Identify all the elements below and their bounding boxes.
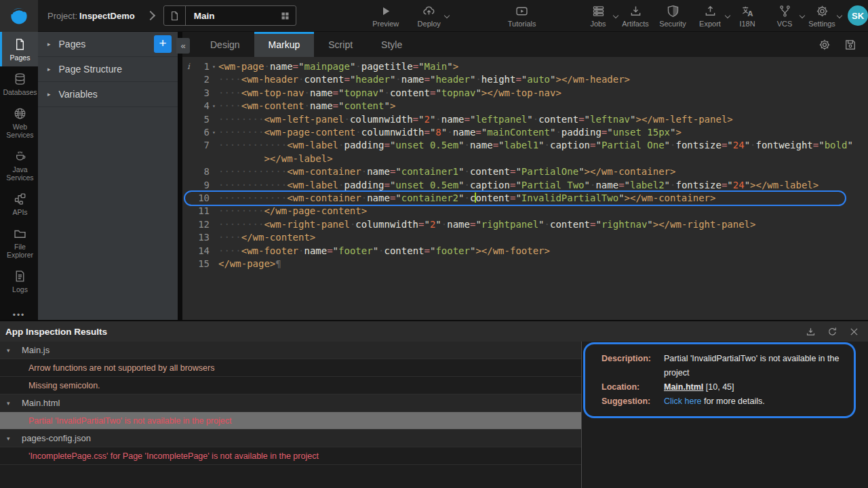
line-number: 7 <box>195 139 210 165</box>
panel-splitter[interactable] <box>178 32 182 320</box>
grid-icon[interactable] <box>275 11 296 21</box>
code-line-15: 15</wm-page>¶ <box>182 258 868 270</box>
collapse-panel-button[interactable]: « <box>176 38 190 54</box>
code-text[interactable]: ········<wm-page-content·columnwidth="8"… <box>218 126 868 139</box>
code-text[interactable]: ····<wm-header·content="header"·name="he… <box>218 73 868 86</box>
gutter-spacer <box>182 113 195 126</box>
tab-design[interactable]: Design <box>196 32 254 57</box>
issue-row[interactable]: Missing semicolon. <box>0 377 581 394</box>
download-results-icon[interactable] <box>805 326 816 338</box>
fold-spacer <box>210 231 218 244</box>
issue-row[interactable]: 'IncompletePage.css' for Page 'Incomplet… <box>0 447 581 465</box>
issue-row[interactable]: Arrow functions are not supported by all… <box>0 359 581 377</box>
jobs-button[interactable]: Jobs <box>585 3 612 28</box>
preview-button[interactable]: Preview <box>372 3 399 28</box>
close-panel-icon[interactable] <box>848 326 860 338</box>
save-icon[interactable] <box>844 38 857 52</box>
code-text[interactable]: ········<wm-right-panel·columnwidth="2"·… <box>218 218 868 231</box>
code-text[interactable]: ····<wm-top-nav·name="topnav"·content="t… <box>218 87 868 100</box>
rail-item-web-services[interactable]: Web Services <box>0 101 38 144</box>
suggestion-click-here-link[interactable]: Click here <box>664 396 702 406</box>
code-line-3: 3····<wm-top-nav·name="topnav"·content="… <box>182 87 868 100</box>
rail-item-pages[interactable]: Pages <box>0 32 38 66</box>
fold-arrow-icon[interactable]: ▾ <box>210 126 218 139</box>
rail-item-apis[interactable]: APIs <box>0 186 38 221</box>
app-logo[interactable] <box>0 0 38 32</box>
rail-item-logs[interactable]: Logs <box>0 264 38 298</box>
code-text[interactable]: ····<wm-content·name="content"> <box>218 100 868 113</box>
translate-icon <box>741 4 755 18</box>
tab-style[interactable]: Style <box>367 32 416 57</box>
i18n-button[interactable]: I18N <box>734 3 761 28</box>
line-number: 3 <box>195 87 210 100</box>
vcs-button[interactable]: VCS <box>771 3 798 28</box>
gutter-spacer <box>182 73 195 86</box>
code-line-4: 4▾····<wm-content·name="content"> <box>182 100 868 113</box>
location-position: [10, 45] <box>706 382 734 392</box>
gutter-spacer <box>182 245 195 258</box>
artifacts-button[interactable]: Artifacts <box>622 3 649 28</box>
security-button[interactable]: Security <box>659 3 686 28</box>
issue-file-name: pages-config.json <box>22 433 91 443</box>
issue-file-row[interactable]: ▾Main.js <box>0 342 581 359</box>
expand-arrow-icon[interactable]: ▸ <box>47 41 51 47</box>
refresh-results-icon[interactable] <box>827 326 838 338</box>
collapse-arrow-icon[interactable]: ▾ <box>7 435 16 442</box>
fold-spacer <box>210 73 218 86</box>
top-bar: Project:InspectDemo Main PreviewDeployTu… <box>0 0 868 32</box>
code-text[interactable]: </wm-page>¶ <box>218 258 868 270</box>
code-text[interactable]: ············<wm-container·name="containe… <box>218 165 868 178</box>
code-text[interactable]: <wm-page·name="mainpage"·pagetitle="Main… <box>218 60 868 73</box>
rail-item-label: Databases <box>3 88 38 96</box>
inspection-header: App Inspection Results <box>0 321 868 342</box>
code-text[interactable]: ············<wm-label·padding="unset 0.5… <box>218 179 868 192</box>
tutorials-label: Tutorials <box>508 20 536 28</box>
code-text[interactable]: ····</wm-content> <box>218 231 868 244</box>
chevron-down-icon <box>443 13 449 18</box>
location-file-link[interactable]: Main.html <box>664 382 703 392</box>
markup-code-editor[interactable]: i1▾<wm-page·name="mainpage"·pagetitle="M… <box>182 57 868 320</box>
issue-file-row[interactable]: ▾pages-config.json <box>0 430 581 447</box>
code-text[interactable]: ············<wm-label·padding="unset 0.5… <box>218 139 868 165</box>
rail-item-file-explorer[interactable]: File Explorer <box>0 221 38 264</box>
tab-script[interactable]: Script <box>314 32 367 57</box>
issue-row[interactable]: Partial 'InvalidPartialTwo' is not avail… <box>0 412 581 430</box>
page-selector[interactable]: Main <box>163 5 296 26</box>
rail-more-button[interactable]: ••• <box>0 310 38 320</box>
globe-icon <box>13 106 27 121</box>
code-line-12: 12········<wm-right-panel·columnwidth="2… <box>182 218 868 231</box>
code-text[interactable]: ····<wm-footer·name="footer"·content="fo… <box>218 245 868 258</box>
collapse-arrow-icon[interactable]: ▾ <box>7 347 16 354</box>
code-text[interactable]: ········</wm-page-content> <box>218 205 868 218</box>
panel-section-pages[interactable]: ▸Pages+ <box>38 32 178 57</box>
issue-file-row[interactable]: ▾Main.html <box>0 394 581 412</box>
user-avatar[interactable]: SK <box>848 5 868 26</box>
gutter-spacer <box>182 205 195 218</box>
code-text[interactable]: ············<wm-container·name="containe… <box>218 192 868 205</box>
panel-section-variables[interactable]: ▸Variables <box>38 82 178 107</box>
editor-settings-gear-icon[interactable] <box>818 38 831 52</box>
rail-item-label: File Explorer <box>3 243 38 259</box>
fold-arrow-icon[interactable]: ▾ <box>210 100 218 113</box>
deploy-button[interactable]: Deploy <box>416 3 443 28</box>
folder-icon <box>13 226 27 241</box>
description-label: Description: <box>601 352 664 380</box>
add-page-button[interactable]: + <box>154 35 172 53</box>
chevron-down-icon <box>837 13 842 18</box>
settings-button[interactable]: Settings <box>808 3 835 28</box>
code-text[interactable]: ········<wm-left-panel·columnwidth="2"·n… <box>218 113 868 126</box>
export-button[interactable]: Export <box>696 3 724 28</box>
rail-item-java-services[interactable]: Java Services <box>0 144 38 186</box>
tab-markup[interactable]: Markup <box>254 32 315 57</box>
rail-item-databases[interactable]: Databases <box>0 66 38 101</box>
expand-arrow-icon[interactable]: ▸ <box>47 66 51 73</box>
fold-spacer <box>210 165 218 178</box>
tutorials-button[interactable]: Tutorials <box>508 3 536 28</box>
fold-arrow-icon[interactable]: ▾ <box>210 60 218 73</box>
collapse-arrow-icon[interactable]: ▾ <box>7 400 16 407</box>
expand-arrow-icon[interactable]: ▸ <box>47 91 51 98</box>
panel-section-page-structure[interactable]: ▸Page Structure <box>38 57 178 82</box>
description-value: Partial 'InvalidPartialTwo' is not avail… <box>664 352 843 380</box>
chevron-down-icon <box>725 13 730 18</box>
project-title: Project:InspectDemo <box>47 11 135 21</box>
